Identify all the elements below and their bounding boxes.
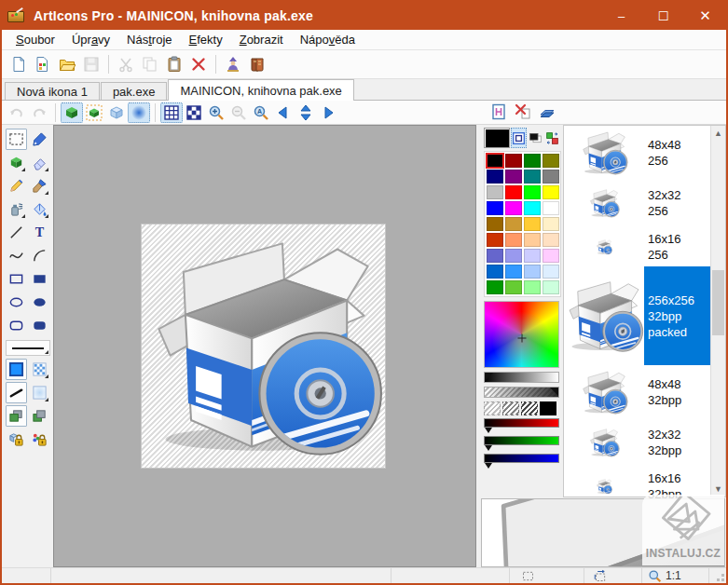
menu-efekty[interactable]: Efekty xyxy=(181,31,231,48)
pencil-button[interactable] xyxy=(6,175,27,197)
red-slider[interactable] xyxy=(484,418,561,433)
palette-color-008080[interactable] xyxy=(524,170,541,184)
new-icon-button[interactable] xyxy=(7,52,31,76)
order-background-button[interactable] xyxy=(29,405,50,427)
palette-color-fff0c8[interactable] xyxy=(543,217,559,231)
menu-soubor[interactable]: Soubor xyxy=(7,31,63,48)
color-replacer-button[interactable] xyxy=(6,152,27,173)
format-properties-button[interactable] xyxy=(488,102,510,122)
green-slider-marker[interactable] xyxy=(485,445,492,451)
palette-color-00ffff[interactable] xyxy=(524,201,541,215)
palette-color-000000[interactable] xyxy=(487,154,503,168)
hue-saturation-picker[interactable] xyxy=(484,301,559,368)
palette-color-ffff00[interactable] xyxy=(543,185,559,199)
format-item-256x256-32bpp[interactable]: 256x25632bpppacked xyxy=(564,266,710,365)
order-foreground-button[interactable] xyxy=(6,405,27,427)
minimize-button[interactable]: – xyxy=(600,2,642,30)
text-button[interactable]: T xyxy=(29,222,50,243)
green-slider[interactable] xyxy=(484,436,561,451)
shift-vertical-button[interactable] xyxy=(295,102,317,123)
show-checker-grid-button[interactable] xyxy=(183,102,205,123)
ellipse-button[interactable] xyxy=(6,292,27,313)
green-slider-bar[interactable] xyxy=(484,436,559,445)
curve-button[interactable] xyxy=(6,245,27,266)
maximize-button[interactable]: ☐ xyxy=(642,2,684,30)
line-width-button[interactable] xyxy=(6,340,50,356)
tab-pak-exe[interactable]: pak.exe xyxy=(101,82,168,100)
format-item-48x48-32bpp[interactable]: 48x4832bpp xyxy=(564,365,710,418)
open-button[interactable] xyxy=(55,52,79,76)
rounded-rectangle-button[interactable] xyxy=(6,315,27,336)
blue-slider-marker[interactable] xyxy=(485,463,492,469)
palette-color-996600[interactable] xyxy=(487,217,503,231)
icon-canvas[interactable] xyxy=(141,224,386,469)
palette-color-cc9933[interactable] xyxy=(505,217,522,231)
stroke-style-button[interactable] xyxy=(6,382,27,403)
lock-transparency-button[interactable] xyxy=(6,429,27,450)
scrollbar-thumb[interactable] xyxy=(712,270,724,335)
lock-colors-button[interactable] xyxy=(29,429,50,450)
palette-color-ffcc33[interactable] xyxy=(524,217,541,231)
transparent-color-button[interactable] xyxy=(29,359,50,380)
palette-color-ff0000[interactable] xyxy=(505,185,522,199)
red-slider-marker[interactable] xyxy=(485,428,492,433)
palette-color-c0c0c0[interactable] xyxy=(487,185,503,199)
background-color-button[interactable] xyxy=(511,128,527,148)
scrollbar-track[interactable] xyxy=(711,141,725,482)
close-button[interactable]: ✕ xyxy=(684,2,726,30)
show-grid-button[interactable] xyxy=(160,102,183,123)
palette-color-808000[interactable] xyxy=(543,154,559,168)
palette-color-ffccff[interactable] xyxy=(543,249,559,263)
palette-color-6666cc[interactable] xyxy=(487,249,503,263)
delete-format-button[interactable] xyxy=(512,102,534,122)
view-3d-button[interactable] xyxy=(105,102,128,123)
help-button[interactable] xyxy=(245,52,269,76)
wizard-button[interactable] xyxy=(221,52,245,76)
palette-color-99ff99[interactable] xyxy=(524,280,541,294)
palette-color-800080[interactable] xyxy=(505,170,522,184)
shift-left-button[interactable] xyxy=(272,102,295,123)
alpha-preset-0[interactable] xyxy=(484,401,501,415)
alpha-preset-1[interactable] xyxy=(502,401,519,415)
arc-button[interactable] xyxy=(29,245,50,266)
tab-mainicon-knihovna-pak-exe[interactable]: MAINICON, knihovna pak.exe xyxy=(168,79,353,101)
palette-color-ffffff[interactable] xyxy=(543,201,559,215)
palette-color-ff9966[interactable] xyxy=(505,233,522,247)
palette-color-9999ee[interactable] xyxy=(505,249,522,263)
zoom-in-button[interactable] xyxy=(205,102,227,123)
rounded-rectangle-filled-button[interactable] xyxy=(29,315,50,336)
alpha-slider[interactable] xyxy=(484,387,559,398)
palette-color-aaccff[interactable] xyxy=(524,265,541,279)
menu-nastroje[interactable]: Nástroje xyxy=(118,31,180,48)
palette-color-cc3300[interactable] xyxy=(487,233,503,247)
paste-button[interactable] xyxy=(162,52,186,76)
menu-upravy[interactable]: Úpravy xyxy=(63,31,118,48)
alpha-preset-3[interactable] xyxy=(540,401,556,415)
new-from-image-button[interactable] xyxy=(31,52,55,76)
ellipse-filled-button[interactable] xyxy=(29,292,50,313)
palette-color-009900[interactable] xyxy=(487,280,503,294)
palette-color-ffe0c2[interactable] xyxy=(543,233,559,247)
view-normal-button[interactable] xyxy=(61,102,83,123)
palette-color-990000[interactable] xyxy=(505,154,522,168)
zoom-actual-button[interactable]: A xyxy=(250,102,272,123)
view-smooth-button[interactable] xyxy=(128,102,150,123)
active-color-button[interactable] xyxy=(6,359,27,380)
select-button[interactable] xyxy=(6,129,27,150)
fg-bg-colors-button[interactable] xyxy=(528,128,543,148)
palette-color-008000[interactable] xyxy=(524,154,541,168)
resize-grip[interactable] xyxy=(711,568,726,583)
blue-slider-bar[interactable] xyxy=(484,454,559,463)
red-slider-bar[interactable] xyxy=(484,418,559,428)
pen-button[interactable] xyxy=(29,129,50,150)
alpha-preset-2[interactable] xyxy=(521,401,538,415)
palette-color-ddeeff[interactable] xyxy=(543,265,559,279)
format-item-32x32-32bpp[interactable]: 32x3232bpp xyxy=(564,418,710,467)
scroll-up-icon[interactable]: ▲ xyxy=(711,126,725,141)
palette-color-ccffdd[interactable] xyxy=(543,280,559,294)
palette-color-66cc33[interactable] xyxy=(505,280,522,294)
line-button[interactable] xyxy=(6,222,27,243)
palette-color-000080[interactable] xyxy=(487,170,503,184)
palette-color-3399ff[interactable] xyxy=(505,265,522,279)
format-item-48x48-256[interactable]: 48x48256 xyxy=(564,126,710,179)
